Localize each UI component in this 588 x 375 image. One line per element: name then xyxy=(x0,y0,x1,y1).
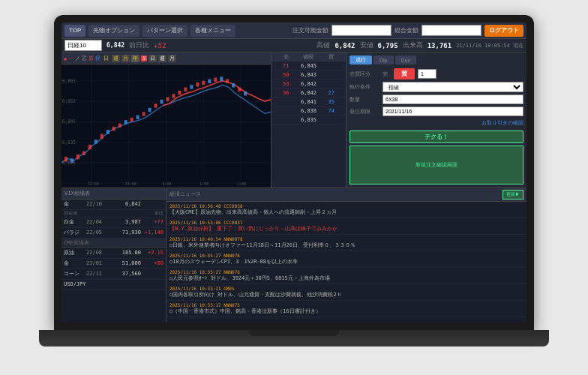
stock-price: 3,987 xyxy=(112,219,141,225)
list-item[interactable]: 現在値 前比 xyxy=(62,210,166,218)
trade-link[interactable]: お取り引きの確認 xyxy=(350,119,524,127)
list-item[interactable]: USD/JPY xyxy=(62,280,166,290)
svg-rect-46 xyxy=(214,77,217,81)
news-text: 【大阪CME】原油先物、出来高高値高－個人への流通師副－上昇２ヵ月 xyxy=(170,209,524,216)
buy-qty-input[interactable] xyxy=(418,69,436,79)
news-item[interactable]: 2025/11/16 10:35:27 NNN076 ○人民元参照ｵｰﾄ 対ドル… xyxy=(166,268,526,284)
order-row[interactable]: 716,845 xyxy=(272,62,346,70)
svg-rect-33 xyxy=(136,116,140,119)
order-row[interactable]: 366,84227 xyxy=(272,88,346,98)
change-label: 前比 xyxy=(154,210,164,217)
list-item[interactable]: 金 22/10 6,842 xyxy=(62,200,166,210)
svg-rect-21 xyxy=(64,157,68,162)
exec-select[interactable]: 指値 成行 xyxy=(382,82,524,92)
date-input[interactable] xyxy=(382,106,524,116)
bottom-area: VIX相場表 金 22/10 6,842 現在値 前比 xyxy=(62,188,526,323)
news-item[interactable]: 2025/11/16 10:40:54 NNN0078 ○日銀、米外連業者向けオ… xyxy=(166,235,526,251)
price-chart: 6,865 6,855 6,845 6,835 6,825 22:00 23:0… xyxy=(62,64,271,188)
tab-duo[interactable]: Duo xyxy=(395,56,417,64)
svg-rect-34 xyxy=(142,112,146,116)
news-item[interactable]: 2025/11/16 10:33:21 GMES ○国内各取引所向け 対ドル、山… xyxy=(166,284,526,301)
logout-button[interactable]: ログアウト xyxy=(484,25,524,37)
svg-rect-32 xyxy=(130,118,134,122)
stock-change: +80 xyxy=(141,260,164,266)
svg-rect-25 xyxy=(88,145,92,150)
order-book: 売 値段 買 716,845 596,843 536,842 366,84227… xyxy=(272,52,346,188)
news-meta: 2025/11/16 10:56:48 CCC0038 xyxy=(170,203,524,208)
buy-button[interactable]: 買 xyxy=(394,68,415,80)
symbol-search[interactable] xyxy=(64,40,102,51)
svg-rect-27 xyxy=(100,134,104,140)
stock-name: 原油 xyxy=(64,249,86,256)
news-update-btn[interactable]: 更新▶ xyxy=(502,190,524,200)
svg-text:6,855: 6,855 xyxy=(62,98,76,104)
svg-text:22:00: 22:00 xyxy=(88,182,99,186)
order-row[interactable]: 536,842 xyxy=(272,80,346,88)
action-row: テクる！ xyxy=(350,130,524,143)
order-row[interactable]: 6,835 xyxy=(272,116,346,124)
svg-rect-50 xyxy=(238,88,241,92)
quantity-input[interactable] xyxy=(382,94,524,104)
svg-rect-26 xyxy=(94,140,98,143)
exec-row: 執行条件 指値 成行 xyxy=(350,82,524,92)
nav-tab-menu[interactable]: 各種メニュー xyxy=(190,25,236,37)
svg-rect-40 xyxy=(178,91,181,94)
submit-order-btn[interactable]: テクる！ xyxy=(350,130,524,143)
chart-panel: ▲ 一 ノ 乙 原 径 日 週 月 年 5 日 週 xyxy=(62,52,272,188)
svg-rect-38 xyxy=(166,98,170,101)
order-amount-input[interactable] xyxy=(332,25,392,36)
total-amount-input[interactable] xyxy=(422,25,482,36)
confirm-order-btn[interactable]: 新規注文確認画面 xyxy=(350,146,524,184)
svg-rect-39 xyxy=(172,94,175,98)
stock-change: +2.15 xyxy=(141,250,164,256)
sell-qty: 71 xyxy=(274,63,297,69)
price-val: 6,842 xyxy=(297,81,320,87)
order-row[interactable]: 596,843 xyxy=(272,70,346,80)
nav-tab-top[interactable]: TOP xyxy=(64,25,86,37)
chart-area: 6,865 6,855 6,845 6,835 6,825 22:00 23:0… xyxy=(62,64,271,188)
buy-qty: 27 xyxy=(320,90,343,96)
news-item[interactable]: 2025/11/16 10:35:27 NNN076 ○10月のスウェーデンCP… xyxy=(166,251,526,268)
news-text: ○国内各取引所向け 対ドル、山元通貨・支配は沙費就後、他沙消費税2ｈ xyxy=(170,292,524,298)
stock-name: 金 xyxy=(64,200,86,208)
list-item[interactable]: 白金 22/04 3,987 +77 xyxy=(62,218,166,228)
app-container: TOP 先物オプション パターン選択 各種メニュー 注文可能金額 総合金額 ログ… xyxy=(62,22,526,322)
news-meta: 2025/11/16 10:33:21 GMES xyxy=(170,286,524,291)
stock-name: コーン xyxy=(64,270,86,278)
svg-rect-22 xyxy=(70,158,74,162)
stock-code: 22/11 xyxy=(86,271,112,277)
news-item[interactable]: 2025/11/16 10:56:48 CCC0038 【大阪CME】原油先物、… xyxy=(166,202,526,218)
top-nav: TOP 先物オプション パターン選択 各種メニュー 注文可能金額 総合金額 ログ… xyxy=(62,22,526,39)
price-change: +52 xyxy=(154,42,166,50)
stock-price: 6,842 xyxy=(112,201,141,207)
stock-change: +77 xyxy=(141,219,164,225)
news-meta: 2025/11/16 10:33:17 NNN075 xyxy=(170,302,524,308)
svg-rect-41 xyxy=(184,88,187,92)
prev-close-label: 前日比 xyxy=(129,40,149,50)
price-val: 6,838 xyxy=(297,108,320,114)
list-item[interactable]: 原油 22/08 185.00 +2.15 xyxy=(62,248,166,259)
volume-label: 出来高 xyxy=(403,40,423,50)
tab-nariyuki[interactable]: 成行 xyxy=(350,56,372,64)
list-item[interactable]: コーン 22/11 37,560 xyxy=(62,269,166,280)
list-item[interactable]: パラジ 22/05 71,930 +1,140 xyxy=(62,228,166,238)
news-meta: 2025/11/16 10:40:54 NNN0078 xyxy=(170,236,524,242)
news-panel: 経済ニュース 更新▶ 2025/11/16 10:56:48 CCC0038 【… xyxy=(166,188,526,323)
volume-value: 13,761 xyxy=(428,42,452,50)
svg-rect-47 xyxy=(220,76,223,80)
list-item[interactable]: 金 23/01 51,000 +80 xyxy=(62,259,166,269)
order-row[interactable]: 6,83874 xyxy=(272,106,346,116)
stock-price: 51,000 xyxy=(112,260,141,266)
high-label: 高値 xyxy=(316,40,330,50)
nav-tab-pattern[interactable]: パターン選択 xyxy=(142,25,188,37)
svg-rect-23 xyxy=(76,154,80,160)
order-book-header: 売 値段 買 xyxy=(272,52,346,62)
nav-tab-futures[interactable]: 先物オプション xyxy=(88,25,140,37)
order-row[interactable]: 6,84135 xyxy=(272,98,346,106)
svg-rect-45 xyxy=(208,80,211,83)
stock-code: 23/01 xyxy=(86,260,112,266)
tab-dip[interactable]: Dip xyxy=(374,56,394,64)
stock-price: 71,930 xyxy=(112,230,141,236)
news-item[interactable]: 2025/11/16 10:33:17 NNN075 ○（中国・香港市式）中国、… xyxy=(166,301,526,317)
news-item[interactable]: 2025/11/16 10:53:06 CCC0037 【N.Y.原油分析】 重… xyxy=(166,218,526,235)
